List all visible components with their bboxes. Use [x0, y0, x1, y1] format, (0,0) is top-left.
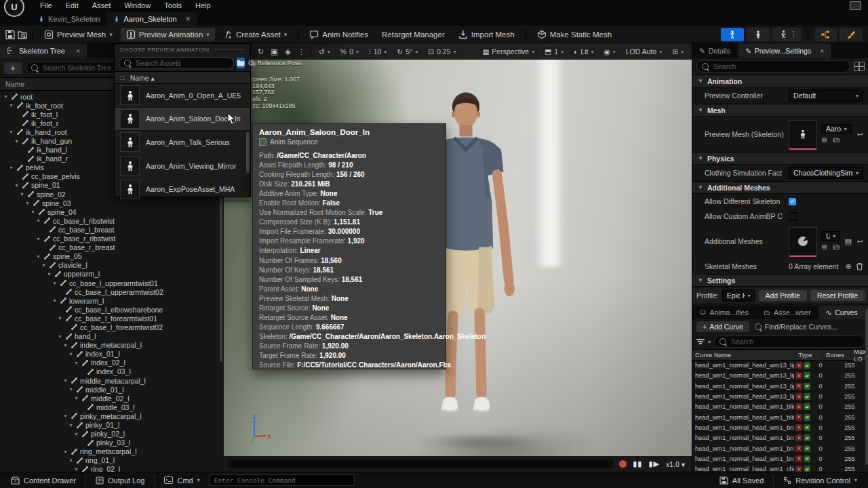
expand-arrow-icon[interactable]: ▾ — [19, 191, 25, 197]
output-log-button[interactable]: Output Log — [90, 474, 150, 487]
tab-curves[interactable]: ∿Curves× — [818, 306, 868, 319]
cmd-selector[interactable]: Cmd▾ — [159, 474, 205, 487]
anim-notifies-button[interactable]: Anim Notifies — [304, 28, 374, 41]
expand-arrow-icon[interactable]: ▾ — [14, 182, 20, 188]
expand-arrow-icon[interactable]: ▾ — [41, 262, 47, 268]
skeleton-bone-row[interactable]: ▾ index_metacarpal_l — [0, 341, 224, 350]
details-searchbox[interactable] — [696, 60, 850, 73]
curve-row[interactable]: head_wm1_normal_head_wm1_blink_L ✕ ▰ 0 2… — [692, 402, 868, 412]
allow-different-skeleton-checkbox[interactable]: ✓ — [789, 198, 796, 205]
skeleton-bone-row[interactable]: ▾ cc_base_r_breast — [0, 243, 224, 252]
retarget-manager-button[interactable]: Retarget Manager — [376, 28, 450, 41]
add-profile-button[interactable]: Add Profile — [759, 290, 807, 301]
skeleton-mode-button[interactable] — [721, 28, 744, 41]
tab-skeleton-tree[interactable]: Skeleton Tree × — [0, 43, 87, 58]
expand-arrow-icon[interactable]: ▾ — [68, 386, 74, 392]
expand-arrow-icon[interactable]: ▾ — [35, 218, 41, 224]
make-static-mesh-button[interactable]: Make Static Mesh — [532, 28, 617, 41]
curve-row[interactable]: head_wm1_normal_head_wm13_lips_DP ✕ ▰ 0 … — [692, 371, 868, 381]
skeleton-bone-row[interactable]: ▾ ring_metacarpal_l — [0, 447, 224, 456]
expand-arrow-icon[interactable]: ▾ — [3, 94, 9, 100]
find-replace-curves-button[interactable]: Find/Replace Curves... — [755, 323, 837, 331]
mesh-mode-button[interactable] — [747, 28, 770, 41]
clothing-simulation-select[interactable]: ChaosClothingSimulation▾ — [789, 167, 863, 179]
blueprint-button[interactable] — [814, 28, 837, 41]
expand-arrow-icon[interactable]: ▾ — [8, 102, 14, 108]
section-animation[interactable]: ▼Animation — [692, 75, 868, 87]
browse-asset-icon[interactable] — [18, 30, 27, 39]
show-flags-selector[interactable]: ◉▾ — [599, 46, 619, 57]
curve-row[interactable]: head_wm1_normal_head_wm1_blink_R ✕ ▰ 0 2… — [692, 412, 868, 422]
anim-asset-item[interactable]: Aaron_ExpPoseAsset_MHA — [115, 178, 250, 201]
tab-kevin-skeleton[interactable]: Kevin_Skeleton — [31, 12, 106, 26]
expand-arrow-icon[interactable]: ▾ — [35, 236, 41, 242]
skeleton-bone-row[interactable]: ▾ cc_base_r_ribstwist — [0, 235, 224, 243]
menu-item[interactable]: Asset — [86, 1, 117, 10]
column-curve-name[interactable]: Curve Name — [692, 351, 795, 359]
skeleton-bone-row[interactable]: ▾ cc_base_l_forearmtwist01 — [0, 314, 224, 323]
expand-arrow-icon[interactable]: ▾ — [24, 200, 31, 206]
skeleton-bone-row[interactable]: ▾ cc_base_l_upperarmtwist01 — [0, 279, 224, 287]
add-bone-button[interactable]: + — [4, 62, 22, 74]
tab-aaron-skeleton[interactable]: Aaron_Skeleton × — [106, 12, 197, 26]
more-tools-icon[interactable]: ⋮ — [296, 46, 307, 58]
curves-search-input[interactable] — [730, 337, 859, 346]
curves-scrollbar[interactable] — [865, 309, 868, 465]
skeleton-bone-row[interactable]: ▾ index_02_l — [0, 359, 224, 367]
settings-gear-icon[interactable]: ⚙ — [248, 58, 255, 68]
view-mode-selector[interactable]: ◐Lit▾ — [570, 46, 597, 57]
skeleton-bone-row[interactable]: ▾ lowerarm_l — [0, 296, 224, 305]
section-settings[interactable]: ▼Settings — [692, 274, 868, 287]
details-search-input[interactable] — [712, 62, 845, 71]
animation-mode-button[interactable]: ⋮ — [772, 28, 802, 41]
window-layout-icon[interactable] — [850, 1, 861, 10]
expand-arrow-icon[interactable]: ▾ — [68, 458, 74, 464]
content-drawer-button[interactable]: Content Drawer — [5, 474, 81, 487]
column-type[interactable]: Type — [795, 351, 823, 359]
create-asset-button[interactable]: Create Asset▾ — [218, 28, 292, 41]
timeline-track[interactable] — [228, 460, 614, 468]
curve-row[interactable]: head_wm1_normal_head_wm1_browRai ✕ ▰ 0 2… — [692, 433, 868, 443]
trash-icon[interactable] — [856, 262, 863, 270]
expand-arrow-icon[interactable]: ▾ — [73, 431, 79, 437]
expand-arrow-icon[interactable]: ▾ — [62, 342, 68, 348]
expand-arrow-icon[interactable]: ▾ — [73, 395, 79, 401]
tab-preview-settings[interactable]: ✎Preview...Settings× — [738, 43, 831, 58]
step-forward-button[interactable]: ▮▶ — [648, 460, 660, 468]
close-icon[interactable]: × — [186, 14, 191, 24]
close-icon[interactable]: × — [76, 47, 80, 55]
rotate-tool-icon[interactable]: ↻ — [255, 46, 267, 58]
expand-arrow-icon[interactable]: ▾ — [8, 129, 14, 135]
folder-filter-button[interactable] — [237, 58, 245, 68]
additional-meshes-select[interactable]: UnsavedCol▾ — [821, 231, 840, 241]
anim-asset-item[interactable]: Aaron_Anim_Viewing_Mirror — [115, 155, 250, 178]
console-command-input[interactable] — [210, 474, 355, 486]
expand-arrow-icon[interactable]: ▾ — [62, 449, 68, 455]
filter-dropdown-icon[interactable]: ▾ — [708, 339, 711, 345]
scale-tool-icon[interactable]: ▣ — [269, 46, 280, 58]
asset-searchbox[interactable] — [119, 57, 234, 69]
preview-mesh-select[interactable]: Aaron▾ — [821, 124, 852, 134]
profile-select[interactable]: Epic Headquart▾ — [722, 289, 755, 302]
section-additional-meshes[interactable]: ▼Additional Meshes — [692, 181, 868, 194]
section-mesh[interactable]: ▼Mesh — [692, 104, 868, 117]
paint-button[interactable] — [840, 28, 863, 41]
expand-arrow-icon[interactable]: ▾ — [68, 422, 74, 428]
curves-searchbox[interactable] — [714, 336, 865, 348]
skeleton-bone-row[interactable]: ▾ pinky_02_l — [0, 430, 224, 439]
menu-item[interactable]: Window — [118, 1, 157, 10]
preview-mesh-thumbnail[interactable] — [789, 120, 817, 148]
skeleton-bone-row[interactable]: ▾ cc_base_l_forearmtwist02 — [0, 323, 224, 331]
curve-row[interactable]: head_wm1_normal_head_wm13_lips_UL ✕ ▰ 0 … — [692, 382, 868, 392]
save-icon[interactable] — [5, 30, 15, 39]
tab-details[interactable]: ✎Details — [692, 43, 737, 58]
skeleton-bone-row[interactable]: ▾ pinky_metacarpal_l — [0, 411, 224, 420]
pause-button[interactable]: ▮▮ — [633, 460, 642, 468]
lod-selector[interactable]: LOD Auto▾ — [622, 46, 667, 57]
skeleton-bone-row[interactable]: ▾ middle_metacarpal_l — [0, 376, 224, 385]
skeleton-bone-row[interactable]: ▾ index_01_l — [0, 350, 224, 359]
menu-item[interactable]: Help — [189, 1, 217, 10]
menu-item[interactable]: Edit — [60, 1, 85, 10]
import-mesh-button[interactable]: Import Mesh — [453, 28, 520, 41]
close-icon[interactable]: × — [820, 47, 824, 55]
